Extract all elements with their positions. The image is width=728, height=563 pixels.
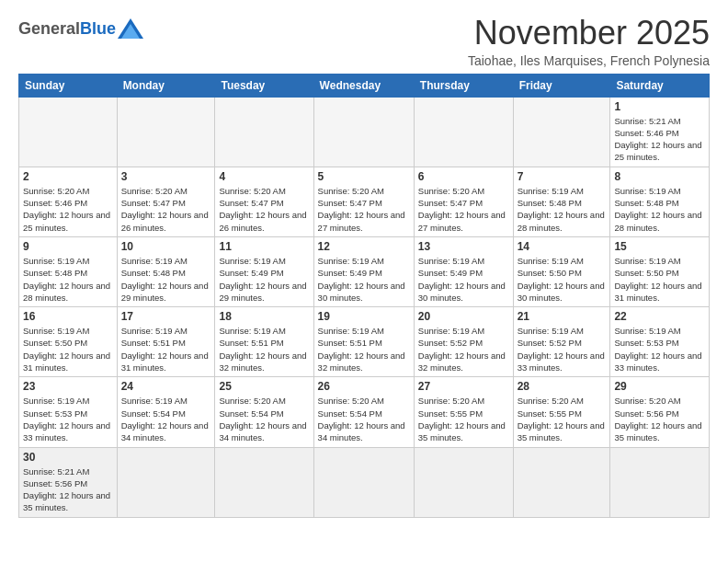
day-header-saturday: Saturday	[610, 74, 710, 97]
calendar-cell: 27Sunrise: 5:20 AM Sunset: 5:55 PM Dayli…	[414, 377, 513, 447]
day-number: 22	[614, 310, 705, 323]
calendar-cell: 7Sunrise: 5:19 AM Sunset: 5:48 PM Daylig…	[513, 167, 610, 236]
day-number: 9	[23, 240, 113, 253]
calendar-cell: 25Sunrise: 5:20 AM Sunset: 5:54 PM Dayli…	[215, 377, 313, 447]
calendar-cell: 28Sunrise: 5:20 AM Sunset: 5:55 PM Dayli…	[513, 377, 610, 447]
day-number: 5	[318, 170, 410, 183]
calendar-cell: 19Sunrise: 5:19 AM Sunset: 5:51 PM Dayli…	[313, 307, 414, 377]
day-info: Sunrise: 5:19 AM Sunset: 5:49 PM Dayligh…	[318, 255, 410, 304]
logo-area: GeneralBlue	[18, 15, 143, 39]
day-info: Sunrise: 5:21 AM Sunset: 5:56 PM Dayligh…	[23, 465, 113, 514]
day-info: Sunrise: 5:20 AM Sunset: 5:56 PM Dayligh…	[614, 395, 705, 443]
day-info: Sunrise: 5:19 AM Sunset: 5:52 PM Dayligh…	[518, 325, 607, 373]
calendar-cell	[117, 97, 215, 167]
calendar-cell: 3Sunrise: 5:20 AM Sunset: 5:47 PM Daylig…	[117, 167, 215, 236]
day-info: Sunrise: 5:19 AM Sunset: 5:51 PM Dayligh…	[318, 325, 410, 373]
calendar-cell	[414, 97, 513, 167]
day-info: Sunrise: 5:19 AM Sunset: 5:53 PM Dayligh…	[23, 395, 113, 443]
calendar-cell: 18Sunrise: 5:19 AM Sunset: 5:51 PM Dayli…	[215, 307, 313, 377]
calendar-week-4: 16Sunrise: 5:19 AM Sunset: 5:50 PM Dayli…	[19, 307, 710, 377]
calendar-cell	[513, 447, 610, 517]
day-info: Sunrise: 5:20 AM Sunset: 5:47 PM Dayligh…	[418, 185, 509, 234]
calendar-cell	[19, 97, 118, 167]
day-info: Sunrise: 5:19 AM Sunset: 5:48 PM Dayligh…	[23, 255, 113, 304]
day-number: 18	[219, 310, 309, 323]
calendar-header-row: SundayMondayTuesdayWednesdayThursdayFrid…	[19, 74, 710, 97]
day-number: 1	[614, 100, 705, 113]
day-info: Sunrise: 5:20 AM Sunset: 5:54 PM Dayligh…	[318, 395, 410, 443]
day-number: 19	[318, 310, 410, 323]
calendar-week-6: 30Sunrise: 5:21 AM Sunset: 5:56 PM Dayli…	[19, 447, 710, 517]
day-number: 24	[121, 380, 211, 393]
calendar-week-1: 1Sunrise: 5:21 AM Sunset: 5:46 PM Daylig…	[19, 97, 710, 167]
day-number: 17	[121, 310, 211, 323]
subtitle: Taiohae, Iles Marquises, French Polynesi…	[468, 53, 710, 68]
calendar-cell: 1Sunrise: 5:21 AM Sunset: 5:46 PM Daylig…	[610, 97, 710, 167]
calendar-cell: 17Sunrise: 5:19 AM Sunset: 5:51 PM Dayli…	[117, 307, 215, 377]
calendar-cell: 23Sunrise: 5:19 AM Sunset: 5:53 PM Dayli…	[19, 377, 118, 447]
day-number: 28	[518, 380, 607, 393]
day-info: Sunrise: 5:19 AM Sunset: 5:50 PM Dayligh…	[518, 255, 607, 304]
day-number: 4	[219, 170, 309, 183]
day-info: Sunrise: 5:19 AM Sunset: 5:48 PM Dayligh…	[121, 255, 211, 304]
calendar-cell: 29Sunrise: 5:20 AM Sunset: 5:56 PM Dayli…	[610, 377, 710, 447]
calendar-cell	[414, 447, 513, 517]
day-header-friday: Friday	[513, 74, 610, 97]
day-number: 16	[23, 310, 113, 323]
day-number: 3	[121, 170, 211, 183]
calendar-cell: 2Sunrise: 5:20 AM Sunset: 5:46 PM Daylig…	[19, 167, 118, 236]
calendar-cell: 5Sunrise: 5:20 AM Sunset: 5:47 PM Daylig…	[313, 167, 414, 236]
logo: GeneralBlue	[18, 18, 143, 39]
day-number: 26	[318, 380, 410, 393]
calendar-cell	[117, 447, 215, 517]
calendar-cell: 24Sunrise: 5:19 AM Sunset: 5:54 PM Dayli…	[117, 377, 215, 447]
calendar-cell: 15Sunrise: 5:19 AM Sunset: 5:50 PM Dayli…	[610, 236, 710, 306]
calendar-cell: 21Sunrise: 5:19 AM Sunset: 5:52 PM Dayli…	[513, 307, 610, 377]
day-number: 21	[518, 310, 607, 323]
day-number: 27	[418, 380, 509, 393]
day-info: Sunrise: 5:20 AM Sunset: 5:55 PM Dayligh…	[418, 395, 509, 443]
day-header-sunday: Sunday	[19, 74, 118, 97]
day-info: Sunrise: 5:20 AM Sunset: 5:54 PM Dayligh…	[219, 395, 309, 443]
day-number: 2	[23, 170, 113, 183]
day-number: 29	[614, 380, 705, 393]
calendar-cell: 11Sunrise: 5:19 AM Sunset: 5:49 PM Dayli…	[215, 236, 313, 306]
calendar-cell	[610, 447, 710, 517]
logo-icon	[118, 18, 143, 39]
day-info: Sunrise: 5:20 AM Sunset: 5:47 PM Dayligh…	[121, 185, 211, 234]
month-title: November 2025	[468, 15, 710, 52]
calendar-week-2: 2Sunrise: 5:20 AM Sunset: 5:46 PM Daylig…	[19, 167, 710, 236]
day-info: Sunrise: 5:20 AM Sunset: 5:55 PM Dayligh…	[518, 395, 607, 443]
title-area: November 2025 Taiohae, Iles Marquises, F…	[468, 15, 710, 68]
day-number: 8	[614, 170, 705, 183]
day-info: Sunrise: 5:20 AM Sunset: 5:47 PM Dayligh…	[318, 185, 410, 234]
day-number: 11	[219, 240, 309, 253]
calendar-cell: 12Sunrise: 5:19 AM Sunset: 5:49 PM Dayli…	[313, 236, 414, 306]
calendar-cell	[513, 97, 610, 167]
calendar-cell: 22Sunrise: 5:19 AM Sunset: 5:53 PM Dayli…	[610, 307, 710, 377]
day-header-tuesday: Tuesday	[215, 74, 313, 97]
day-number: 30	[23, 451, 113, 464]
day-number: 23	[23, 380, 113, 393]
calendar-cell: 16Sunrise: 5:19 AM Sunset: 5:50 PM Dayli…	[19, 307, 118, 377]
day-info: Sunrise: 5:19 AM Sunset: 5:52 PM Dayligh…	[418, 325, 509, 373]
calendar-cell: 20Sunrise: 5:19 AM Sunset: 5:52 PM Dayli…	[414, 307, 513, 377]
day-info: Sunrise: 5:19 AM Sunset: 5:50 PM Dayligh…	[614, 255, 705, 304]
page: GeneralBlue November 2025 Taiohae, Iles …	[0, 0, 728, 527]
logo-blue: Blue	[80, 19, 116, 39]
calendar-cell: 8Sunrise: 5:19 AM Sunset: 5:48 PM Daylig…	[610, 167, 710, 236]
calendar-cell	[313, 97, 414, 167]
calendar-cell: 10Sunrise: 5:19 AM Sunset: 5:48 PM Dayli…	[117, 236, 215, 306]
calendar-cell	[215, 447, 313, 517]
day-number: 14	[518, 240, 607, 253]
logo-general: General	[18, 19, 80, 39]
day-info: Sunrise: 5:20 AM Sunset: 5:47 PM Dayligh…	[219, 185, 309, 234]
day-number: 12	[318, 240, 410, 253]
day-number: 13	[418, 240, 509, 253]
day-info: Sunrise: 5:20 AM Sunset: 5:46 PM Dayligh…	[23, 185, 113, 234]
calendar-cell	[215, 97, 313, 167]
day-info: Sunrise: 5:19 AM Sunset: 5:48 PM Dayligh…	[614, 185, 705, 234]
day-info: Sunrise: 5:19 AM Sunset: 5:53 PM Dayligh…	[614, 325, 705, 373]
calendar-cell: 26Sunrise: 5:20 AM Sunset: 5:54 PM Dayli…	[313, 377, 414, 447]
day-number: 15	[614, 240, 705, 253]
